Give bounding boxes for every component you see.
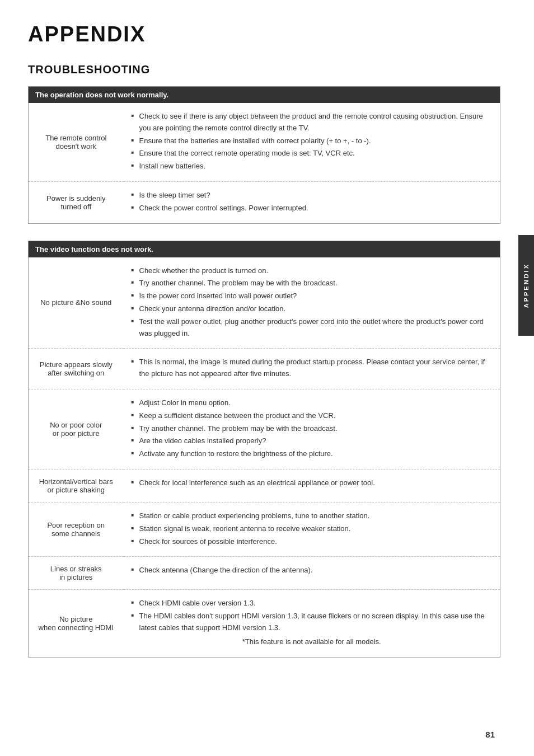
list-item: Check antenna (Change the direction of t…: [132, 565, 493, 576]
table-row: No or poor coloror poor pictureAdjust Co…: [29, 389, 500, 469]
list-item: Install new batteries.: [132, 161, 493, 172]
list-item: Check your antenna direction and/or loca…: [132, 303, 493, 315]
list-item: Activate any function to restore the bri…: [132, 448, 493, 460]
troubleshoot-table-1: The video function does not work.No pict…: [28, 241, 500, 658]
table-row: The remote controldoesn't workCheck to s…: [29, 103, 500, 181]
list-item: Check whether the product is turned on.: [132, 265, 493, 277]
row-label-1-1: Picture appears slowlyafter switching on: [29, 349, 124, 389]
table-row: Power is suddenlyturned offIs the sleep …: [29, 181, 500, 223]
table-header-0: The operation does not work normally.: [29, 87, 500, 104]
list-item: Check HDMI cable over version 1.3.: [132, 598, 493, 609]
side-appendix-bar: APPENDIX: [518, 235, 534, 336]
table-row: No picturewhen connecting HDMICheck HDMI…: [29, 590, 500, 657]
list-item: This is normal, the image is muted durin…: [132, 356, 493, 380]
troubleshoot-table-0: The operation does not work normally.The…: [28, 86, 500, 224]
row-content-1-6: Check HDMI cable over version 1.3.The HD…: [124, 590, 500, 657]
row-label-1-2: No or poor coloror poor picture: [29, 389, 124, 469]
list-item: Ensure that the correct remote operating…: [132, 148, 493, 159]
list-item: Station signal is weak, reorient antenna…: [132, 523, 493, 535]
row-label-1-0: No picture &No sound: [29, 257, 124, 349]
list-item: Are the video cables installed properly?: [132, 435, 493, 447]
table-header-1: The video function does not work.: [29, 241, 500, 257]
side-appendix-label: APPENDIX: [523, 263, 530, 308]
row-label-0-0: The remote controldoesn't work: [29, 103, 124, 181]
list-item: Ensure that the batteries are installed …: [132, 135, 493, 147]
row-content-1-2: Adjust Color in menu option.Keep a suffi…: [124, 389, 500, 469]
list-item: Check for local interference such as an …: [132, 477, 493, 489]
list-item: Is the power cord inserted into wall pow…: [132, 290, 493, 302]
list-item: Is the sleep timer set?: [132, 190, 493, 201]
list-item: Check to see if there is any object betw…: [132, 111, 493, 134]
list-item: Try another channel. The problem may be …: [132, 278, 493, 289]
row-content-1-5: Check antenna (Change the direction of t…: [124, 557, 500, 590]
row-label-1-4: Poor reception onsome channels: [29, 502, 124, 556]
row-label-1-5: Lines or streaksin pictures: [29, 557, 124, 590]
list-item: Test the wall power outlet, plug another…: [132, 316, 493, 340]
table-row: Picture appears slowlyafter switching on…: [29, 349, 500, 389]
row-content-0-0: Check to see if there is any object betw…: [124, 103, 500, 181]
row-content-0-1: Is the sleep timer set?Check the power c…: [124, 181, 500, 223]
list-item: *This feature is not available for all m…: [132, 636, 493, 648]
row-label-1-3: Horizontal/vertical barsor picture shaki…: [29, 469, 124, 502]
page-number: 81: [485, 730, 495, 739]
table-row: No picture &No soundCheck whether the pr…: [29, 257, 500, 349]
row-content-1-4: Station or cable product experiencing pr…: [124, 502, 500, 556]
list-item: Check for sources of possible interferen…: [132, 536, 493, 548]
list-item: Station or cable product experiencing pr…: [132, 510, 493, 522]
row-content-1-1: This is normal, the image is muted durin…: [124, 349, 500, 389]
table-row: Lines or streaksin picturesCheck antenna…: [29, 557, 500, 590]
row-label-1-6: No picturewhen connecting HDMI: [29, 590, 124, 657]
list-item: Adjust Color in menu option.: [132, 397, 493, 409]
row-label-0-1: Power is suddenlyturned off: [29, 181, 124, 223]
list-item: Try another channel. The problem may be …: [132, 423, 493, 435]
list-item: The HDMI cables don't support HDMI versi…: [132, 611, 493, 634]
list-item: Check the power control settings. Power …: [132, 203, 493, 214]
troubleshoot-content: The operation does not work normally.The…: [28, 86, 500, 658]
list-item: Keep a sufficient distance between the p…: [132, 410, 493, 422]
row-content-1-0: Check whether the product is turned on.T…: [124, 257, 500, 349]
section-title: TROUBLESHOOTING: [28, 63, 500, 76]
row-content-1-3: Check for local interference such as an …: [124, 469, 500, 502]
table-row: Horizontal/vertical barsor picture shaki…: [29, 469, 500, 502]
page-title: APPENDIX: [28, 22, 500, 46]
table-row: Poor reception onsome channelsStation or…: [29, 502, 500, 556]
